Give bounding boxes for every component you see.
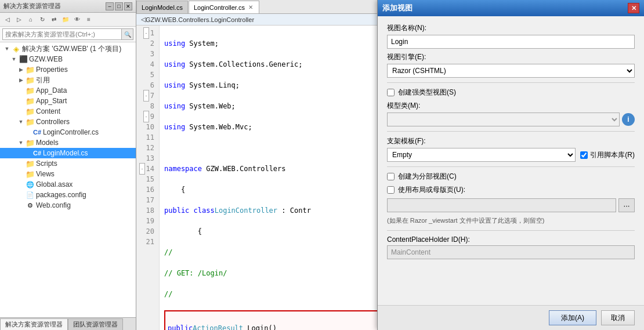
close-panel-button[interactable]: ✕ — [124, 2, 132, 10]
separator-4 — [387, 230, 635, 231]
expand-controllers[interactable]: ▼ — [16, 117, 26, 126]
use-script-label: 引用脚本库(R) — [590, 150, 635, 160]
tree-item-properties[interactable]: ▶ 📁 Properties — [0, 64, 136, 75]
path-bar-text: GZW.WEB.Controllers.LoginController — [146, 16, 254, 23]
cancel-button[interactable]: 取消 — [601, 310, 635, 325]
scaffold-row: Empty Create Delete Details Edit List 引用… — [387, 148, 635, 162]
expand-properties[interactable]: ▶ — [16, 65, 26, 74]
view-engine-select[interactable]: Razor (CSHTML) ASPX (VB) — [387, 64, 635, 78]
solution-explorer-tab[interactable]: 解决方案资源管理器 — [0, 318, 68, 330]
tab-loginmodel[interactable]: LoginModel.cs — [136, 1, 188, 13]
model-class-row: i — [387, 113, 635, 126]
tree-item-content[interactable]: ▶ 📁 Content — [0, 106, 136, 117]
use-script-checkbox[interactable] — [580, 151, 588, 159]
expand-models[interactable]: ▼ — [16, 138, 26, 147]
search-button[interactable]: 🔍 — [122, 28, 133, 40]
ln-20: 20 — [136, 226, 159, 237]
tree-item-packages[interactable]: ▶ 📄 packages.config — [0, 190, 136, 200]
separator-3 — [387, 166, 635, 167]
solution-explorer-titlebar: 解决方案资源管理器 – □ ✕ — [0, 0, 136, 13]
views-label: Views — [36, 170, 55, 178]
partial-view-row: 创建为分部视图(C) — [387, 172, 635, 182]
logincontroller-label: LoginController.cs — [43, 128, 99, 136]
tree-item-webconfig[interactable]: ▶ ⚙ Web.config — [0, 200, 136, 211]
back-button[interactable]: ◁ — [2, 14, 13, 25]
scaffold-group: 支架模板(F): Empty Create Delete Details Edi… — [387, 136, 635, 162]
globalasax-icon: 🌐 — [26, 180, 35, 189]
model-class-select[interactable] — [387, 113, 620, 126]
add-view-dialog: 添加视图 ✕ 视图名称(N): 视图引擎(E): Razor (CSHTML) … — [377, 0, 644, 330]
layout-path-input[interactable] — [387, 198, 616, 212]
add-button[interactable]: 添加(A) — [549, 310, 596, 325]
home-button[interactable]: ⌂ — [26, 14, 36, 25]
tree-item-ref[interactable]: ▶ 📁 引用 — [0, 75, 136, 85]
tree-item-appstart[interactable]: ▶ 📁 App_Start — [0, 96, 136, 106]
folder-icon: 📁 — [26, 65, 35, 74]
solution-tree: ▼ ◈ 解决方案 'GZW.WEB' (1 个项目) ▼ ⬛ GZW.WEB ▶… — [0, 42, 136, 317]
properties-button[interactable]: ≡ — [84, 14, 94, 25]
info-icon: i — [622, 113, 635, 126]
appdata-label: App_Data — [36, 86, 67, 95]
tree-item-project[interactable]: ▼ ⬛ GZW.WEB — [0, 54, 136, 64]
scripts-icon: 📁 — [26, 159, 35, 168]
forward-button[interactable]: ▷ — [14, 14, 24, 25]
tree-item-globalasax[interactable]: ▶ 🌐 Global.asax — [0, 179, 136, 190]
strongly-typed-checkbox[interactable] — [387, 89, 395, 96]
minimize-button[interactable]: □ — [115, 2, 123, 10]
use-layout-checkbox[interactable] — [387, 186, 395, 194]
tree-item-models[interactable]: ▼ 📁 Models — [0, 137, 136, 148]
ln-12: 12 — [136, 143, 159, 153]
appstart-icon: 📁 — [26, 96, 35, 106]
solution-label: 解决方案 'GZW.WEB' (1 个项目) — [22, 44, 121, 54]
tree-item-appdata[interactable]: ▶ 📁 App_Data — [0, 85, 136, 96]
ln-13: 13 — [136, 153, 159, 164]
view-name-label: 视图名称(N): — [387, 23, 635, 33]
webconfig-icon: ⚙ — [26, 201, 35, 210]
controllers-label: Controllers — [36, 118, 70, 126]
view-engine-select-row: Razor (CSHTML) ASPX (VB) — [387, 64, 635, 78]
tab-logincontroller[interactable]: LoginController.cs ✕ — [189, 1, 259, 13]
search-bar: 🔍 — [0, 27, 136, 42]
show-all-button[interactable]: 👁 — [72, 14, 82, 25]
view-name-input[interactable] — [387, 35, 635, 49]
tree-item-loginmodel[interactable]: ▶ C# LoginModel.cs — [0, 148, 136, 158]
layout-path-row: ··· — [387, 198, 635, 212]
pin-button[interactable]: – — [106, 2, 114, 10]
expand-ref[interactable]: ▶ — [16, 75, 26, 85]
refresh-button[interactable]: ↻ — [37, 14, 48, 25]
model-class-group: 模型类(M): i — [387, 101, 635, 126]
partial-view-checkbox[interactable] — [387, 173, 395, 180]
tree-item-views[interactable]: ▶ 📁 Views — [0, 169, 136, 179]
search-input[interactable] — [2, 28, 122, 40]
content-placeholder-group: ContentPlaceHolder ID(H): — [387, 235, 635, 259]
sync-button[interactable]: ⇄ — [49, 14, 59, 25]
scaffold-select[interactable]: Empty Create Delete Details Edit List — [387, 148, 576, 162]
expand-project[interactable]: ▼ — [9, 55, 19, 64]
tree-item-logincontroller[interactable]: ▶ C# LoginController.cs — [0, 127, 136, 137]
ln-14: -14 — [136, 164, 159, 174]
team-explorer-tab[interactable]: 团队资源管理器 — [68, 318, 123, 330]
appdata-icon: 📁 — [26, 86, 35, 95]
expand-solution[interactable]: ▼ — [2, 44, 12, 53]
models-icon: 📁 — [26, 138, 35, 147]
content-placeholder-input[interactable] — [387, 245, 635, 259]
properties-label: Properties — [36, 66, 68, 74]
project-icon: ⬛ — [19, 55, 28, 64]
loginmodel-tab-label: LoginModel.cs — [142, 4, 183, 11]
panel-bottom-tabs: 解决方案资源管理器 团队资源管理器 — [0, 317, 136, 330]
layout-browse-button[interactable]: ··· — [618, 198, 635, 212]
dialog-footer: 添加(A) 取消 — [378, 305, 644, 330]
tree-item-solution[interactable]: ▼ ◈ 解决方案 'GZW.WEB' (1 个项目) — [0, 43, 136, 54]
strongly-typed-row: 创建强类型视图(S) — [387, 88, 635, 97]
tab-close-button[interactable]: ✕ — [247, 4, 254, 11]
packages-icon: 📄 — [26, 190, 35, 200]
globalasax-label: Global.asax — [36, 180, 73, 188]
model-class-label: 模型类(M): — [387, 101, 635, 111]
tree-item-scripts[interactable]: ▶ 📁 Scripts — [0, 158, 136, 169]
dialog-close-button[interactable]: ✕ — [628, 3, 639, 13]
loginmodel-label: LoginModel.cs — [43, 149, 88, 157]
new-folder-button[interactable]: 📁 — [60, 14, 71, 25]
tree-item-controllers[interactable]: ▼ 📁 Controllers — [0, 117, 136, 127]
dialog-titlebar: 添加视图 ✕ — [378, 0, 644, 16]
appstart-label: App_Start — [36, 97, 67, 105]
